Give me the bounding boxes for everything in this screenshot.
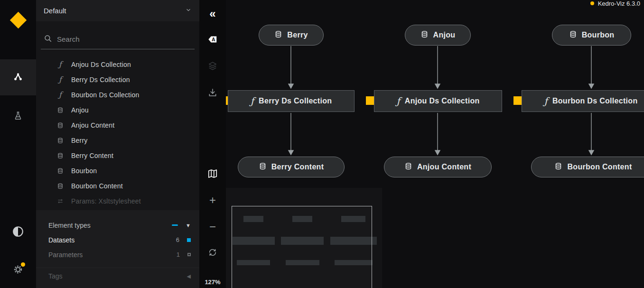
function-icon: ƒ: [396, 96, 400, 106]
map-icon: [207, 168, 218, 181]
sidebar: Default ƒ Anjou Ds Collection ƒ Berry Ds…: [36, 0, 199, 288]
function-icon: ƒ: [56, 91, 65, 99]
label-a-icon: A: [207, 34, 218, 46]
node-label: Anjou: [433, 31, 456, 39]
list-item-label: Anjou Ds Collection: [71, 61, 131, 68]
minimap[interactable]: [226, 188, 382, 288]
flowchart-toolbar: « A: [199, 0, 226, 288]
toggle-labels-button[interactable]: A: [199, 30, 226, 51]
node-label: Berry Ds Collection: [259, 97, 332, 105]
theme-toggle[interactable]: [0, 214, 36, 250]
toggle-layers-button[interactable]: [199, 56, 226, 77]
filter-count: 1: [177, 251, 180, 258]
zoom-out-button[interactable]: −: [199, 216, 226, 237]
list-item-label: Bourbon Content: [71, 182, 123, 190]
settings-button[interactable]: [0, 251, 36, 288]
node-label: Berry: [287, 31, 308, 39]
global-nav: [0, 0, 36, 288]
search-input[interactable]: [57, 35, 192, 43]
list-item[interactable]: Berry: [36, 133, 199, 148]
collapse-sidebar-button[interactable]: «: [199, 3, 226, 24]
modular-pipeline-marker: [513, 96, 522, 105]
database-icon: [274, 30, 282, 41]
theme-half-circle-icon: [12, 225, 24, 238]
node-list: ƒ Anjou Ds Collection ƒ Berry Ds Collect…: [36, 57, 199, 209]
kedro-logo[interactable]: [0, 0, 36, 40]
dataset-node[interactable]: Anjou: [405, 25, 471, 46]
node-label: Bourbon Ds Collection: [552, 97, 638, 105]
task-node[interactable]: ƒ Anjou Ds Collection: [374, 90, 502, 112]
nav-experiment-tracking[interactable]: [0, 98, 36, 134]
checkbox-on-icon[interactable]: [187, 238, 191, 242]
list-item-label: Berry Ds Collection: [71, 76, 130, 84]
node-label: Bourbon Content: [567, 163, 632, 171]
list-item[interactable]: Anjou: [36, 102, 199, 118]
filter-label: Parameters: [48, 251, 83, 259]
database-icon: [56, 122, 65, 129]
pipeline-selector-value: Default: [44, 7, 66, 15]
database-icon: [56, 107, 65, 114]
search-icon: [44, 34, 52, 45]
dataset-node[interactable]: Berry: [259, 25, 324, 46]
modular-pipeline-marker: [366, 96, 374, 105]
svg-text:A: A: [212, 37, 215, 42]
plus-icon: +: [209, 195, 216, 206]
dataset-node[interactable]: Bourbon Content: [531, 157, 644, 177]
toggle-minimap-button[interactable]: [199, 164, 226, 185]
minimap-viewport[interactable]: [232, 206, 372, 288]
list-item[interactable]: ƒ Bourbon Ds Collection: [36, 87, 199, 102]
list-item-label: Berry Content: [71, 152, 113, 159]
filter-row-datasets[interactable]: Datasets 6: [36, 232, 199, 247]
database-icon: [554, 162, 562, 173]
database-icon: [569, 30, 577, 41]
collapse-triangle-icon[interactable]: ▼: [186, 223, 191, 228]
function-icon: ƒ: [544, 96, 547, 106]
download-icon: [208, 88, 217, 99]
dataset-node[interactable]: Bourbon: [552, 25, 631, 46]
node-label: Berry Content: [271, 163, 324, 171]
reset-zoom-button[interactable]: [199, 243, 226, 264]
kedro-diamond-icon: [9, 11, 26, 28]
double-chevron-left-icon: «: [209, 8, 215, 19]
export-button[interactable]: [199, 83, 226, 104]
checkbox-off-icon[interactable]: [187, 253, 191, 256]
nav-flowchart[interactable]: [0, 59, 36, 95]
task-node[interactable]: ƒ Berry Ds Collection: [228, 90, 355, 112]
parameters-icon: [56, 198, 65, 204]
pipeline-selector[interactable]: Default: [36, 0, 199, 21]
list-item[interactable]: Bourbon: [36, 163, 199, 178]
list-item-label: Bourbon: [71, 167, 97, 175]
flowchart-canvas[interactable]: Kedro-Viz 6.3.0 Berry Anjou B: [226, 0, 644, 288]
node-label: Bourbon: [582, 31, 615, 39]
tags-section-header[interactable]: Tags ◀: [36, 268, 199, 282]
list-item[interactable]: Anjou Content: [36, 118, 199, 133]
function-icon: ƒ: [251, 96, 254, 106]
zoom-in-button[interactable]: +: [199, 190, 226, 211]
chevron-down-icon: [185, 7, 192, 15]
layers-icon: [207, 61, 218, 73]
list-item[interactable]: Berry Content: [36, 148, 199, 163]
kedro-viz-app: Default ƒ Anjou Ds Collection ƒ Berry Ds…: [0, 0, 644, 288]
indeterminate-check-icon[interactable]: [172, 224, 178, 226]
dataset-node[interactable]: Anjou Content: [384, 157, 492, 177]
element-types-label: Element types: [48, 222, 91, 229]
list-item[interactable]: ƒ Anjou Ds Collection: [36, 57, 199, 72]
list-item[interactable]: Bourbon Content: [36, 178, 199, 194]
flask-icon: [13, 111, 23, 121]
database-icon: [56, 183, 65, 190]
node-label: Anjou Ds Collection: [405, 97, 480, 105]
database-icon: [56, 152, 65, 159]
task-node[interactable]: ƒ Bourbon Ds Collection: [522, 90, 644, 112]
element-types-header[interactable]: Element types ▼: [36, 218, 199, 232]
flowchart-icon: [12, 71, 24, 84]
expand-triangle-icon[interactable]: ◀: [187, 273, 191, 279]
tags-label: Tags: [48, 272, 63, 280]
filter-row-parameters[interactable]: Parameters 1: [36, 247, 199, 262]
list-item[interactable]: ƒ Berry Ds Collection: [36, 72, 199, 87]
dataset-node[interactable]: Berry Content: [238, 157, 345, 177]
database-icon: [56, 137, 65, 144]
refresh-icon: [208, 248, 217, 259]
list-item[interactable]: Params: Xsltstylesheet: [36, 194, 199, 209]
database-icon: [404, 162, 412, 173]
minus-icon: −: [209, 221, 216, 232]
